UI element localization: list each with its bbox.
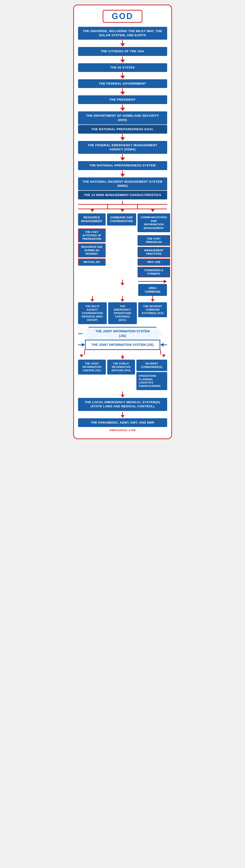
mac-box: THE MULTI AGENCY COORDINATION GROUP(S) (…: [78, 302, 107, 324]
jic-box: THE JOINT INFORMATION CENTER (JIC): [78, 360, 106, 374]
arrow2: [78, 56, 167, 63]
jis-label: THE JOINT INFORMATION SYSTEM (JIS): [90, 343, 155, 347]
comm-info-box: COMMUNICATIONS AND INFORMATION MANAGEMEN…: [138, 213, 170, 232]
mgmt-practices-box: MANAGEMENT PRACTICES: [138, 247, 170, 257]
cmd-coord-col: COMMAND AND COORDINATION: [107, 213, 136, 277]
mac-col: THE MULTI AGENCY COORDINATION GROUP(S) (…: [78, 296, 107, 324]
god-title: GOD: [103, 10, 142, 23]
federal-gov-box: THE FEDERAL GOVERNMENT: [78, 79, 167, 88]
pio-col: THE PUBLIC INFORMATION OFFICER (PIO): [107, 360, 135, 390]
jis-diamond: THE JOINT INFORMATION SYSTEM (JIS): [83, 327, 163, 341]
arrow1: [78, 40, 167, 46]
arrow-to-ems: [78, 392, 167, 395]
arrow4: [78, 89, 167, 95]
arrow8: [78, 170, 167, 177]
arrow6: [78, 134, 167, 141]
comm-info-col: COMMUNICATIONS AND INFORMATION MANAGEMEN…: [138, 213, 170, 277]
citizens-box: THE CITIZENS OF THE USA: [78, 47, 167, 56]
arrow-to-paramedic: [78, 412, 167, 415]
arrow3: [78, 72, 167, 79]
area-cmd-box: AREA COMMAND: [138, 284, 167, 296]
jis-section: THE JOINT INFORMATION SYSTEM (JIS): [83, 327, 163, 341]
three-arrowheads: [78, 209, 167, 212]
local-ems-box: THE LOCAL EMERGENCY MEDICAL SYSTEM(S) (S…: [78, 398, 167, 411]
jis-inner-box: THE JOINT INFORMATION SYSTEM (JIS): [83, 327, 163, 341]
info-use-box: INFO. USE: [138, 258, 170, 266]
standards-formats-box: STANDARDS & FORMATS: [138, 267, 170, 277]
resource-mgmt-col: RESOURCE MANAGEMENT THE 4 KEY ACTIVITIES…: [78, 213, 106, 277]
dhs-box: THE DEPARTMENT OF HOMELAND SECURITY (DHS…: [78, 112, 167, 124]
mac-eoc-ics-row: THE MULTI AGENCY COORDINATION GROUP(S) (…: [78, 296, 167, 324]
jis-center: THE JOINT INFORMATION SYSTEM (JIS): [85, 340, 160, 350]
resource-mgmt-box: RESOURCE MANAGEMENT: [78, 213, 106, 225]
jis-right-arrow: [160, 343, 167, 346]
ops-plan-log-box: OPERATIONS PLANNING LOGISTICS FINANCE/AD…: [136, 372, 167, 390]
nims-stack: THE NATIONAL INCIDENT MANAGEMENT SYSTEM …: [78, 177, 167, 199]
pio-box: THE PUBLIC INFORMATION OFFICER (PIO): [107, 360, 135, 374]
arrowhead-ems: [78, 395, 167, 398]
arrow7: [78, 154, 167, 161]
mutual-aid-box: MUTUAL AID: [78, 258, 106, 266]
four-key-prep-box: THE 4 KEY ACTIVITIES OF PREPARATION: [78, 228, 106, 243]
cmd-arrow-down: [108, 280, 137, 286]
jis-proper: THE JOINT INFORMATION SYSTEM (JIS): [78, 340, 167, 360]
ics-col: THE INCIDENT COMMAND SYSTEM(S) (ICS): [138, 296, 167, 324]
fema-box: THE FEDERAL EMERGENCY MANAGEMENT AGENCY …: [78, 141, 167, 154]
title-wrap: GOD: [78, 10, 167, 23]
incident-commander-box: INCIDENT COMMANDER(S): [136, 360, 167, 371]
dhs-npg-stack: THE DEPARTMENT OF HOMELAND SECURITY (DHS…: [78, 112, 167, 134]
jis-bottom-arrows: [78, 350, 167, 354]
states-box: THE 50 STATES: [78, 63, 167, 72]
jis-text: THE JOINT INFORMATION SYSTEM (JIS): [95, 329, 149, 338]
npg-box: THE NATIONAL PREPAREDNESS GOAL: [78, 125, 167, 134]
area-cmd-right: AREA COMMAND: [138, 280, 167, 296]
three-way-arrow: [78, 201, 167, 212]
eoc-col: THE EMERGENCY OPERATIONS CENTER(S) (EOC): [108, 296, 137, 324]
h-arrow-area: [138, 280, 167, 283]
ic-col: INCIDENT COMMANDER(S) OPERATIONS PLANNIN…: [136, 360, 167, 390]
jis-bottom-horiz: [78, 354, 167, 359]
eoc-box: THE EMERGENCY OPERATIONS CENTER(S) (EOC): [108, 302, 137, 324]
jis-left-arrow: [78, 343, 85, 346]
area-cmd-section: AREA COMMAND: [78, 280, 167, 296]
resource-incident-box: RESOURCE USE DURING AN INCIDENT: [78, 243, 106, 257]
president-box: THE PRESIDENT: [78, 95, 167, 104]
arrowhead-paramedic: [78, 415, 167, 418]
jis-row: THE JOINT INFORMATION SYSTEM (JIS): [78, 340, 167, 350]
nims-char-box: THE 14 NIMS MANAGEMENT CHARACTERISTICS: [78, 191, 167, 199]
page-container: GOD THE UNIVERSE, INCLUDING THE MILKY WA…: [73, 5, 172, 439]
nps-box: THE NATIONAL PREPAREDNESS SYSTEM: [78, 161, 167, 170]
universe-box: THE UNIVERSE, INCLUDING THE MILKY WAY, T…: [78, 27, 167, 40]
left-empty: [78, 280, 107, 282]
branch-line: [78, 205, 167, 209]
paramedic-box: THE PARAMEDIC, AEMT, EMT, AND EMR: [78, 418, 167, 427]
jic-pio-ic-row: THE JOINT INFORMATION CENTER (JIC) THE P…: [78, 360, 167, 390]
four-key-principles-box: THE 4 KEY PRINCIPLES: [138, 235, 170, 246]
nims-box: THE NATIONAL INCIDENT MANAGEMENT SYSTEM …: [78, 177, 167, 190]
footer: AMBOANGEL.COM: [78, 429, 167, 432]
arrow5: [78, 104, 167, 111]
jic-col: THE JOINT INFORMATION CENTER (JIC): [78, 360, 106, 390]
three-col-section: RESOURCE MANAGEMENT THE 4 KEY ACTIVITIES…: [78, 213, 167, 277]
cmd-coord-box: COMMAND AND COORDINATION: [107, 213, 136, 225]
ics-box: THE INCIDENT COMMAND SYSTEM(S) (ICS): [138, 302, 167, 317]
